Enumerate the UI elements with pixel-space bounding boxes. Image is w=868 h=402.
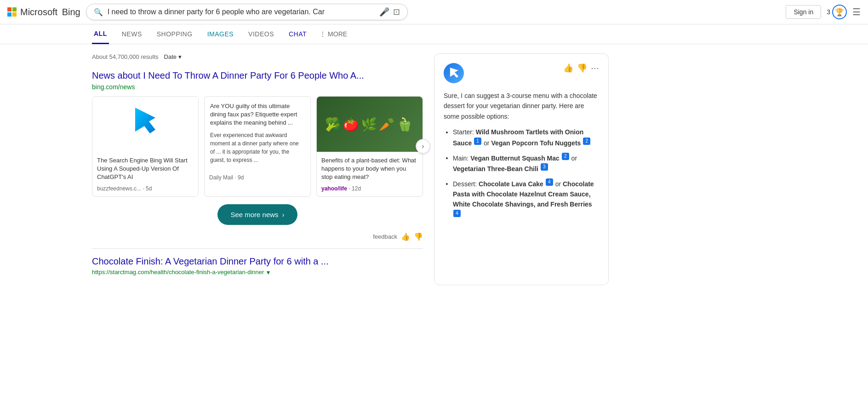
panel-actions: 👍 👎 ⋯ xyxy=(563,63,599,73)
nav-more[interactable]: ⋮ MORE xyxy=(320,30,347,38)
rewards-badge: 3 🏆 xyxy=(827,5,847,19)
see-more-news-button[interactable]: See more news › xyxy=(217,204,297,225)
news-card-3-meta: yahoo/life · 12d xyxy=(321,185,418,192)
left-panel: About 54,700,000 results Date ▾ News abo… xyxy=(92,53,423,285)
logo-area: Microsoft Bing xyxy=(7,7,80,17)
main-sup1: 2 xyxy=(562,153,569,160)
more-options-panel-button[interactable]: ⋯ xyxy=(591,63,599,73)
tab-news[interactable]: NEWS xyxy=(120,25,144,44)
starter-or: or xyxy=(484,139,491,146)
menu-icon[interactable]: ☰ xyxy=(852,6,861,17)
news-card-1-text: The Search Engine Bing Will Start Using … xyxy=(92,152,198,196)
camera-icon[interactable]: ⊡ xyxy=(393,7,400,17)
news-card-2-source: Daily Mail xyxy=(209,174,233,181)
starter-label: Starter: xyxy=(453,128,476,136)
nav-tabs: ALL NEWS SHOPPING IMAGES VIDEOS CHAT ⋮ M… xyxy=(0,24,868,44)
results-divider xyxy=(92,248,423,249)
thumbs-up-icon[interactable]: 👍 xyxy=(401,232,410,241)
news-card-3-age: 12d xyxy=(352,185,361,192)
logo-microsoft: Microsoft xyxy=(20,7,57,17)
panel-intro-text: Sure, I can suggest a 3-course menu with… xyxy=(444,91,599,121)
panel-header: 👍 👎 ⋯ xyxy=(444,63,599,83)
panel-body: Sure, I can suggest a 3-course menu with… xyxy=(444,91,599,220)
news-card-1[interactable]: The Search Engine Bing Will Start Using … xyxy=(92,96,199,197)
tab-images[interactable]: IMAGES xyxy=(206,25,235,44)
news-card-1-age: 5d xyxy=(146,185,152,192)
more-label: MORE xyxy=(328,30,347,38)
main-item1: Vegan Butternut Squash Mac xyxy=(470,154,560,161)
results-count: About 54,700,000 results xyxy=(92,53,159,60)
main-content: About 54,700,000 results Date ▾ News abo… xyxy=(0,44,868,294)
microphone-icon[interactable]: 🎤 xyxy=(379,7,389,17)
news-section-title[interactable]: News about I Need To Throw A Dinner Part… xyxy=(92,69,423,81)
tab-chat[interactable]: CHAT xyxy=(287,25,308,44)
feedback-row: feedback 👍 👎 xyxy=(92,232,423,241)
chevron-right-icon: › xyxy=(282,211,285,218)
news-card-1-source: buzzfeednews.c... xyxy=(97,185,141,192)
starter-item2: Vegan Popcorn Tofu Nuggets xyxy=(491,139,581,146)
results-info: About 54,700,000 results Date ▾ xyxy=(92,53,423,60)
news-cards: The Search Engine Bing Will Start Using … xyxy=(92,96,423,197)
starter-sup2: 2 xyxy=(583,138,590,145)
trophy-icon[interactable]: 🏆 xyxy=(832,5,847,19)
dessert-item1: Chocolate Lava Cake xyxy=(479,180,543,187)
chevron-down-icon: ▾ xyxy=(178,53,182,60)
dessert-sup2: 4 xyxy=(453,210,461,217)
tab-videos[interactable]: VIDEOS xyxy=(246,25,276,44)
panel-list-item-starter: Starter: Wild Mushroom Tartlets with Oni… xyxy=(453,127,599,148)
see-more-news-label: See more news xyxy=(230,211,278,218)
expand-icon[interactable]: ▾ xyxy=(267,269,270,276)
rewards-count: 3 xyxy=(827,8,830,16)
main-or: or xyxy=(571,154,577,161)
news-card-3-title: Benefits of a plant-based diet: What hap… xyxy=(321,156,418,182)
main-sup2: 3 xyxy=(541,163,548,171)
main-item2: Vegetarian Three-Bean Chili xyxy=(453,165,538,172)
main-label: Main: xyxy=(453,154,470,161)
news-card-1-meta: buzzfeednews.c... · 5d xyxy=(97,185,194,192)
dessert-sup1: 4 xyxy=(546,178,553,186)
news-card-2-meta: Daily Mail · 9d xyxy=(209,174,306,181)
second-result-title[interactable]: Chocolate Finish: A Vegetarian Dinner Pa… xyxy=(92,256,423,267)
news-card-3-text: Benefits of a plant-based diet: What hap… xyxy=(317,152,423,196)
news-section: News about I Need To Throw A Dinner Part… xyxy=(92,69,423,276)
news-card-1-image xyxy=(92,97,198,152)
feedback-label: feedback xyxy=(373,233,397,240)
news-card-2-body: Ever experienced that awkward moment at … xyxy=(210,131,305,164)
thumbs-down-icon[interactable]: 👎 xyxy=(414,232,423,241)
news-card-2-title: Are YOU guilty of this ultimate dining f… xyxy=(210,102,305,127)
news-card-2[interactable]: Are YOU guilty of this ultimate dining f… xyxy=(204,96,311,197)
news-source-url: bing.com/news xyxy=(92,83,423,91)
dessert-or: or xyxy=(555,180,563,187)
news-card-3-image xyxy=(317,97,423,152)
news-card-2-meta-wrap: Daily Mail · 9d xyxy=(205,170,310,185)
news-card-2-text: Are YOU guilty of this ultimate dining f… xyxy=(205,97,310,170)
panel-menu-list: Starter: Wild Mushroom Tartlets with Oni… xyxy=(444,127,599,220)
dessert-label: Dessert: xyxy=(453,180,479,187)
panel-list-item-main: Main: Vegan Butternut Squash Mac 2 or Ve… xyxy=(453,153,599,174)
panel-list-item-dessert: Dessert: Chocolate Lava Cake 4 or Chocol… xyxy=(453,178,599,220)
news-card-3-source-icon: yahoo/life xyxy=(321,185,347,192)
date-filter[interactable]: Date ▾ xyxy=(164,53,182,60)
bing-logo-text: Microsoft Bing xyxy=(20,7,80,17)
right-panel: 👍 👎 ⋯ Sure, I can suggest a 3-course men… xyxy=(434,53,609,285)
tab-shopping[interactable]: SHOPPING xyxy=(155,25,194,44)
second-result-url: https://starctmag.com/health/chocolate-f… xyxy=(92,269,264,276)
thumbs-up-panel-button[interactable]: 👍 xyxy=(563,63,573,73)
thumbs-down-panel-button[interactable]: 👎 xyxy=(577,63,587,73)
header-right: Sign in 3 🏆 ☰ xyxy=(786,5,861,19)
next-cards-button[interactable]: › xyxy=(416,139,430,154)
tab-all[interactable]: ALL xyxy=(92,24,109,44)
news-card-3[interactable]: Benefits of a plant-based diet: What hap… xyxy=(316,96,423,197)
starter-sup1: 1 xyxy=(474,138,481,145)
microsoft-logo xyxy=(7,7,17,17)
search-input[interactable] xyxy=(108,8,375,16)
logo-bing: Bing xyxy=(62,7,80,17)
more-dots-icon: ⋮ xyxy=(320,30,326,38)
sign-in-button[interactable]: Sign in xyxy=(786,5,821,19)
news-card-1-title: The Search Engine Bing Will Start Using … xyxy=(97,156,194,182)
date-filter-label: Date xyxy=(164,53,177,60)
search-icons: 🎤 ⊡ xyxy=(379,7,400,17)
search-bar: 🔍 🎤 ⊡ xyxy=(86,4,408,20)
search-icon: 🔍 xyxy=(94,8,103,17)
bing-ai-icon xyxy=(444,63,464,83)
